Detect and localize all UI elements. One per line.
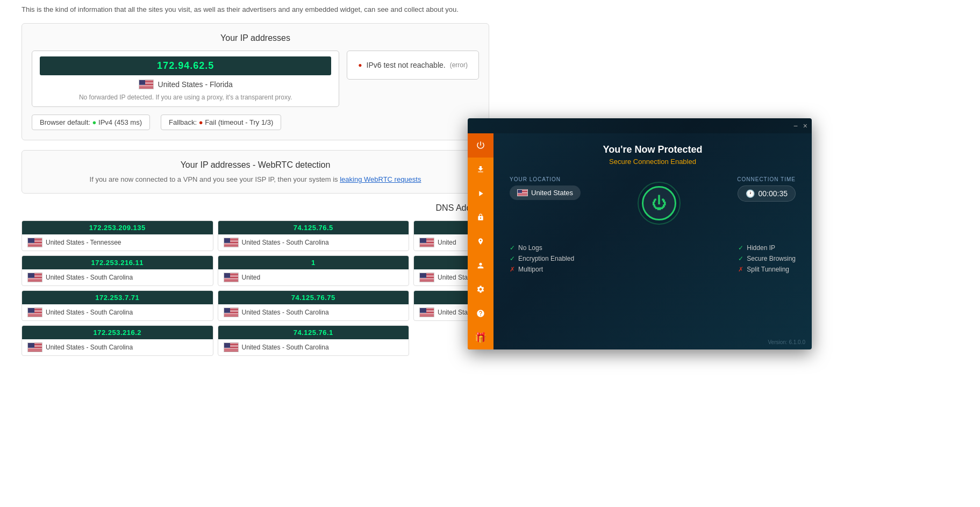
sidebar-settings-icon[interactable]: [468, 277, 493, 302]
dns-ip: 74.125.76.1: [218, 326, 409, 339]
vpn-status-row: ✓ No Logs ✓ Encryption Enabled ✗ Multipo…: [510, 244, 796, 273]
close-button[interactable]: ×: [803, 122, 807, 130]
us-flag-icon: [139, 80, 154, 89]
sidebar-download-icon[interactable]: [468, 158, 493, 182]
power-icon: ⏻: [652, 196, 667, 211]
ip-addresses-card: Your IP addresses 172.94.62.5 United Sta…: [22, 23, 489, 140]
webrtc-text: If you are now connected to a VPN and yo…: [32, 175, 479, 183]
intro-text: This is the kind of information that all…: [22, 5, 958, 13]
dns-item: 1 United: [218, 255, 410, 286]
your-location-label: YOUR LOCATION: [510, 176, 561, 182]
time-value: 00:00:35: [758, 189, 788, 198]
clock-icon: 🕐: [746, 189, 755, 198]
secure-browsing-status: ✓ Secure Browsing: [738, 255, 796, 262]
dns-item: 172.253.7.71 United States - South Carol…: [22, 290, 213, 321]
dns-ip: 74.125.76.75: [218, 291, 409, 304]
us-flag-icon: [27, 342, 42, 352]
ip-location: United States - Florida: [40, 80, 331, 89]
webrtc-link[interactable]: leaking WebRTC requests: [340, 175, 421, 183]
no-logs-status: ✓ No Logs: [510, 244, 574, 252]
location-value: United States: [531, 189, 573, 197]
red-dot-icon: ●: [358, 61, 362, 69]
check-icon: ✓: [510, 255, 515, 262]
us-flag-icon: [224, 308, 239, 317]
ip-box: 172.94.62.5 United States - Florida No f…: [32, 51, 339, 107]
us-flag-icon: [419, 308, 434, 317]
us-flag-icon: [224, 342, 239, 352]
vpn-protected-title: You're Now Protected: [603, 144, 703, 155]
dns-location: United States - South Carolina: [218, 339, 409, 355]
sidebar-help-icon[interactable]: [468, 302, 493, 326]
dns-item: 74.125.76.75 United States - South Carol…: [218, 290, 410, 321]
x-icon: ✗: [738, 266, 743, 273]
vpn-power-container: ⏻: [638, 182, 681, 225]
hidden-ip-status: ✓ Hidden IP: [738, 244, 796, 252]
browser-default-label: Browser default:: [40, 118, 90, 126]
dns-item: 172.253.209.135 United States - Tennesse…: [22, 220, 213, 251]
ip-value: 172.94.62.5: [40, 56, 331, 75]
dns-location: United States - South Carolina: [22, 269, 213, 285]
webrtc-card: Your IP addresses - WebRTC detection If …: [22, 150, 489, 194]
vpn-main-content: You're Now Protected Secure Connection E…: [493, 133, 812, 349]
us-flag-icon: [27, 273, 42, 282]
browser-ms: (453 ms): [115, 118, 142, 126]
vpn-location-col: YOUR LOCATION United States: [510, 176, 581, 200]
dns-ip: 172.253.209.135: [22, 221, 213, 234]
us-flag-icon: [419, 238, 434, 247]
ipv6-error: (error): [450, 61, 468, 69]
minimize-button[interactable]: −: [793, 122, 798, 130]
green-dot-icon: ●: [92, 118, 97, 126]
connection-time-box: 🕐 00:00:35: [738, 185, 796, 202]
webrtc-title: Your IP addresses - WebRTC detection: [32, 160, 479, 170]
sidebar-user-icon[interactable]: [468, 253, 493, 277]
us-flag-icon: [419, 273, 434, 282]
browser-protocol: IPv4: [98, 118, 112, 126]
ip-card-title: Your IP addresses: [32, 33, 479, 43]
us-flag-icon: [224, 238, 239, 247]
red-dot2-icon: ●: [199, 118, 203, 126]
dns-ip: 172.253.216.11: [22, 256, 213, 269]
check-icon: ✓: [738, 255, 743, 262]
ipv6-box: ● IPv6 test not reachable. (error): [347, 51, 479, 80]
check-icon: ✓: [510, 244, 515, 252]
encryption-status: ✓ Encryption Enabled: [510, 255, 574, 262]
us-flag-icon: [27, 308, 42, 317]
no-forward-text: No forwarded IP detected. If you are usi…: [40, 94, 331, 101]
vpn-sidebar: 🎁: [468, 133, 493, 349]
ipv6-text: IPv6 test not reachable.: [367, 61, 446, 69]
dns-item: 172.253.216.11 United States - South Car…: [22, 255, 213, 286]
x-icon: ✗: [510, 266, 515, 273]
us-flag-icon: [517, 189, 528, 196]
dns-ip: 1: [218, 256, 409, 269]
dns-item: 172.253.216.2 United States - South Caro…: [22, 325, 213, 356]
sidebar-play-icon[interactable]: [468, 181, 493, 205]
fallback-label: Fallback:: [169, 118, 197, 126]
dns-item: 74.125.76.1 United States - South Caroli…: [218, 325, 410, 356]
us-flag-icon: [27, 238, 42, 247]
dns-location: United States - Tennessee: [22, 234, 213, 251]
split-tunneling-status: ✗ Split Tunneling: [738, 266, 796, 273]
sidebar-gift-icon[interactable]: 🎁: [468, 325, 493, 349]
dns-item: 74.125.76.5 United States - South Caroli…: [218, 220, 410, 251]
dns-location: United: [218, 269, 409, 285]
sidebar-lock-icon[interactable]: [468, 205, 493, 230]
browser-default-badge: Browser default: ● IPv4 (453 ms): [32, 115, 150, 130]
vpn-version: Version: 6.1.0.0: [768, 339, 806, 345]
connection-time-label: CONNECTION TIME: [737, 176, 796, 182]
us-flag-icon: [224, 273, 239, 282]
check-icon: ✓: [738, 244, 743, 252]
vpn-power-button[interactable]: ⏻: [642, 186, 676, 220]
vpn-secure-text: Secure Connection Enabled: [609, 158, 696, 166]
vpn-titlebar: − ×: [468, 118, 812, 133]
dns-location: United States - South Carolina: [218, 234, 409, 251]
dns-ip: 172.253.216.2: [22, 326, 213, 339]
dns-location: United States - South Carolina: [22, 304, 213, 320]
sidebar-location-icon[interactable]: [468, 230, 493, 254]
sidebar-power-icon[interactable]: [468, 133, 493, 158]
location-button[interactable]: United States: [510, 185, 581, 200]
fallback-value: Fail: [205, 118, 216, 126]
dns-location: United States - South Carolina: [22, 339, 213, 355]
dns-ip: 172.253.7.71: [22, 291, 213, 304]
vpn-power-outer-ring: ⏻: [638, 182, 681, 225]
dns-location: United States - South Carolina: [218, 304, 409, 320]
